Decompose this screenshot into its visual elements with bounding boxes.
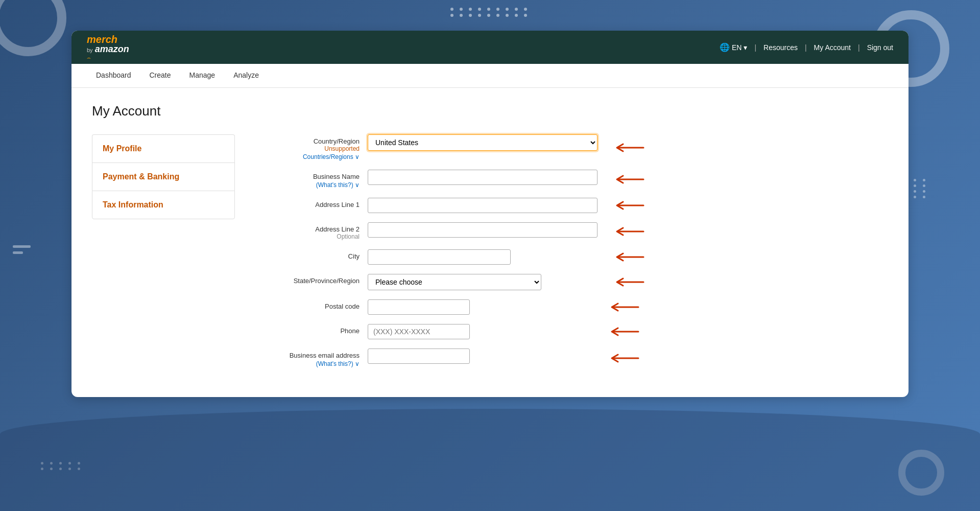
sidebar-item-my-profile-label: My Profile (103, 144, 141, 153)
brand-by: by (87, 48, 93, 53)
brand-merch: merch (87, 34, 117, 44)
address2-input-group (368, 222, 597, 238)
country-row: Country/Region Unsupported Countries/Reg… (266, 134, 597, 160)
lang-selector[interactable]: 🌐 EN ▾ (720, 42, 747, 52)
address1-input-group (368, 198, 597, 213)
sidebar-item-my-profile[interactable]: My Profile (92, 134, 235, 162)
address1-label: Address Line 1 (266, 201, 360, 208)
address2-label: Address Line 2 (266, 225, 360, 233)
address2-label-group: Address Line 2 Optional (266, 222, 368, 240)
address1-row: Address Line 1 (266, 198, 597, 213)
arrow-email (608, 351, 643, 366)
city-input[interactable] (368, 249, 511, 265)
state-input-group: Please choose (368, 274, 597, 290)
business-name-label: Business Name (266, 173, 360, 180)
arrow-address2 (613, 224, 649, 239)
city-label: City (266, 252, 360, 260)
resources-link[interactable]: Resources (763, 43, 798, 52)
business-name-input[interactable] (368, 170, 597, 185)
state-label: State/Province/Region (266, 277, 360, 285)
arrow-postal (608, 299, 643, 315)
postal-input[interactable] (368, 299, 470, 315)
brand-amazon: amazon (95, 44, 129, 54)
business-name-input-group (368, 170, 597, 185)
email-input[interactable] (368, 349, 470, 364)
phone-input[interactable] (368, 324, 470, 339)
state-row: State/Province/Region Please choose (266, 274, 597, 290)
sidebar-item-tax-information-label: Tax Information (103, 200, 163, 209)
business-name-label-group: Business Name (What's this?) ∨ (266, 170, 368, 189)
business-name-row: Business Name (What's this?) ∨ (266, 170, 597, 189)
sidebar-item-payment-banking-label: Payment & Banking (103, 172, 179, 181)
country-sublabel: Unsupported (266, 145, 360, 152)
country-input-group: United States (368, 134, 597, 151)
postal-label: Postal code (266, 303, 360, 310)
country-sublabel2[interactable]: Countries/Regions ∨ (266, 153, 360, 160)
separator-2: | (805, 43, 807, 52)
postal-label-group: Postal code (266, 299, 368, 310)
lang-chevron: ▾ (744, 43, 747, 52)
email-sublabel[interactable]: (What's this?) ∨ (266, 360, 360, 367)
subnav: Dashboard Create Manage Analyze (71, 64, 909, 88)
phone-input-group (368, 324, 597, 339)
email-label-group: Business email address (What's this?) ∨ (266, 349, 368, 367)
form-area: Country/Region Unsupported Countries/Reg… (266, 134, 597, 377)
postal-row: Postal code (266, 299, 597, 315)
subnav-analyze[interactable]: Analyze (224, 64, 268, 87)
separator-1: | (754, 43, 756, 52)
address2-optional: Optional (266, 233, 360, 240)
address1-input[interactable] (368, 198, 597, 213)
phone-label-group: Phone (266, 324, 368, 335)
navbar-right: 🌐 EN ▾ | Resources | My Account | Sign o… (720, 42, 893, 52)
content-layout: My Profile Payment & Banking Tax Informa… (92, 134, 888, 377)
subnav-manage[interactable]: Manage (180, 64, 225, 87)
subnav-create[interactable]: Create (140, 64, 180, 87)
page-title: My Account (92, 103, 888, 119)
arrow-country (613, 140, 649, 155)
arrow-state (613, 274, 649, 290)
phone-row: Phone (266, 324, 597, 339)
state-select[interactable]: Please choose (368, 274, 541, 290)
email-input-group (368, 349, 597, 364)
sign-out-link[interactable]: Sign out (867, 43, 893, 52)
state-label-group: State/Province/Region (266, 274, 368, 285)
city-label-group: City (266, 249, 368, 260)
country-label-group: Country/Region Unsupported Countries/Reg… (266, 134, 368, 160)
lang-label: EN (732, 43, 742, 52)
globe-icon: 🌐 (720, 42, 730, 52)
address2-input[interactable] (368, 222, 597, 238)
arrow-address1 (613, 198, 649, 213)
city-row: City (266, 249, 597, 265)
subnav-dashboard[interactable]: Dashboard (87, 64, 140, 87)
brand-underline: ⌢ (87, 55, 129, 61)
arrow-city (613, 249, 649, 265)
arrow-business-name (613, 172, 649, 187)
country-select[interactable]: United States (368, 134, 597, 151)
sidebar-item-payment-banking[interactable]: Payment & Banking (92, 162, 235, 191)
postal-input-group (368, 299, 597, 315)
navbar: merch by amazon ⌢ 🌐 EN ▾ | Resources | M… (71, 31, 909, 64)
main-card: merch by amazon ⌢ 🌐 EN ▾ | Resources | M… (71, 31, 909, 397)
business-name-sublabel[interactable]: (What's this?) ∨ (266, 181, 360, 189)
country-label: Country/Region (266, 137, 360, 145)
address2-row: Address Line 2 Optional (266, 222, 597, 240)
arrow-phone (608, 324, 643, 339)
address1-label-group: Address Line 1 (266, 198, 368, 208)
sidebar-item-tax-information[interactable]: Tax Information (92, 191, 235, 219)
brand-logo: merch by amazon ⌢ (87, 34, 129, 61)
email-row: Business email address (What's this?) ∨ (266, 349, 597, 367)
my-account-link[interactable]: My Account (814, 43, 851, 52)
city-input-group (368, 249, 597, 265)
phone-label: Phone (266, 327, 360, 335)
separator-3: | (858, 43, 860, 52)
content-area: My Account My Profile Payment & Banking … (71, 88, 909, 397)
email-label: Business email address (266, 352, 360, 359)
sidebar: My Profile Payment & Banking Tax Informa… (92, 134, 235, 377)
